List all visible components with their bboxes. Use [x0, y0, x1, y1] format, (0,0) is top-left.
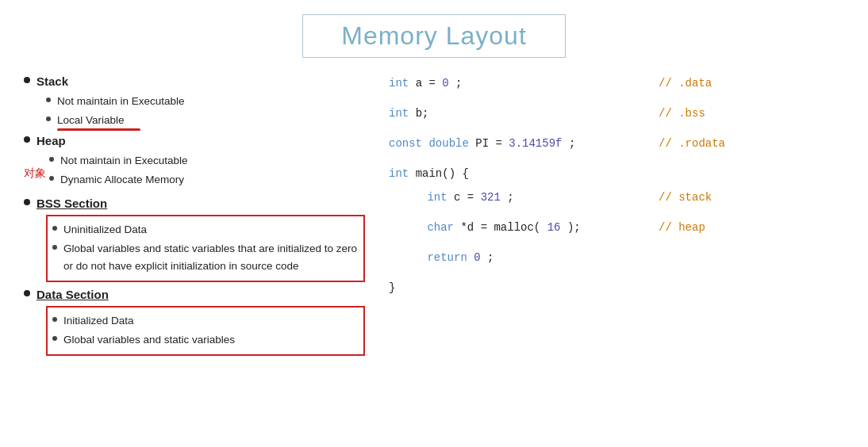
kw-double: double — [428, 137, 468, 150]
bullet-dot-heap — [24, 136, 30, 143]
code-line-5: int c = 321 ; // stack — [389, 186, 844, 208]
code-text-2: int b; — [389, 102, 659, 124]
code-line-6: char *d = malloc( 16 ); // heap — [389, 216, 844, 239]
data-redbox: Initialized Data Global variables and st… — [46, 306, 365, 356]
code-pi: PI = — [475, 137, 509, 150]
kw-const: const — [389, 137, 422, 150]
bullet-dot2f — [52, 245, 57, 250]
code-line-8: } — [389, 277, 844, 299]
semi-a: ; — [455, 77, 462, 90]
num-ret0: 0 — [474, 251, 480, 264]
code-line-7: return 0 ; — [389, 246, 844, 269]
kw-return: return — [427, 251, 467, 264]
stack-item-1: Not maintain in Executable — [46, 93, 365, 110]
chinese-label-row: 对象 Not maintain in Executable Dynamic Al… — [24, 152, 365, 193]
heap-item-2: Dynamic Allocate Memory — [49, 171, 188, 189]
closing-brace: } — [389, 281, 395, 294]
code-line-1: int a = 0 ; // .data — [389, 72, 844, 94]
code-text-8: } — [389, 277, 659, 299]
bullet-dot2h — [52, 336, 57, 341]
code-line-3: const double PI = 3.14159f ; // .rodata — [389, 132, 844, 155]
section-bss-label: BSS Section — [36, 194, 107, 213]
bullet-dot2c — [49, 157, 54, 162]
data-item-1: Initialized Data — [52, 312, 357, 330]
heap-subitems: Not maintain in Executable Dynamic Alloc… — [49, 152, 188, 189]
code-line-4: int main() { — [389, 162, 844, 185]
code-panel: int a = 0 ; // .data int b; // .bss cons… — [389, 72, 844, 359]
bss-item-2-text: Global variables and static variables th… — [63, 240, 357, 274]
section-data: Data Section — [24, 285, 365, 304]
section-heap-label: Heap — [36, 132, 66, 151]
stack-item-1-text: Not maintain in Executable — [57, 93, 185, 110]
code-d2: ); — [567, 221, 581, 234]
stack-item-2: Local Variable — [46, 112, 365, 129]
section-data-label: Data Section — [36, 285, 109, 304]
stack-subitems: Not maintain in Executable Local Variabl… — [46, 93, 365, 128]
semi-c: ; — [507, 191, 513, 204]
code-main-fn: main() { — [416, 167, 469, 180]
semi-pi: ; — [569, 137, 575, 150]
heap-item-1-text: Not maintain in Executable — [60, 152, 188, 170]
kw-char: char — [427, 221, 454, 234]
bss-redbox: Uninitialized Data Global variables and … — [46, 215, 365, 282]
bullet-dot2 — [46, 97, 51, 102]
comment-5: // stack — [659, 186, 712, 208]
bss-item-1: Uninitialized Data — [52, 221, 357, 239]
stack-item-2-text: Local Variable — [57, 112, 125, 129]
code-text-7: return 0 ; — [389, 246, 659, 269]
code-d: *d = malloc( — [460, 221, 540, 234]
comment-1: // .data — [659, 72, 712, 94]
num-pi: 3.14159f — [509, 137, 562, 150]
code-text-1: int a = 0 ; — [389, 72, 659, 94]
section-stack-label: Stack — [36, 72, 68, 91]
bullet-dot-data — [24, 290, 30, 296]
bullet-dot — [24, 77, 30, 83]
heap-item-1: Not maintain in Executable — [49, 152, 188, 170]
num-0a: 0 — [442, 77, 448, 90]
bullet-dot2d — [49, 176, 54, 181]
chinese-label: 对象 — [24, 164, 46, 181]
kw-int-b: int — [389, 107, 409, 120]
title-box: Memory Layout — [302, 14, 566, 58]
bss-item-1-text: Uninitialized Data — [63, 221, 147, 239]
comment-6: // heap — [659, 216, 705, 239]
kw-int-a: int — [389, 77, 409, 90]
bss-item-2: Global variables and static variables th… — [52, 240, 357, 274]
code-a: a = — [416, 77, 443, 90]
data-item-2-text: Global variables and static variables — [63, 331, 235, 349]
code-b: b; — [416, 107, 429, 120]
code-line-2: int b; // .bss — [389, 102, 844, 124]
semi-ret: ; — [487, 251, 494, 264]
left-panel: Stack Not maintain in Executable Local V… — [24, 72, 365, 359]
code-text-3: const double PI = 3.14159f ; — [389, 132, 659, 155]
section-heap: Heap — [24, 132, 365, 151]
code-text-6: char *d = malloc( 16 ); — [389, 216, 659, 239]
code-text-4: int main() { — [389, 162, 659, 185]
data-item-1-text: Initialized Data — [63, 312, 134, 330]
section-stack: Stack — [24, 72, 365, 91]
num-16: 16 — [547, 221, 561, 234]
bullet-dot2e — [52, 226, 57, 231]
bullet-dot-bss — [24, 199, 30, 205]
num-321: 321 — [481, 191, 501, 204]
heap-item-2-text: Dynamic Allocate Memory — [60, 171, 184, 189]
kw-int-main: int — [389, 167, 409, 180]
code-c: c = — [454, 191, 481, 204]
page-title: Memory Layout — [341, 21, 527, 50]
data-item-2: Global variables and static variables — [52, 331, 357, 349]
bullet-dot2g — [52, 317, 57, 322]
section-bss: BSS Section — [24, 194, 365, 213]
code-text-5: int c = 321 ; — [389, 186, 659, 208]
comment-3: // .rodata — [659, 132, 725, 155]
kw-int-c: int — [427, 191, 447, 204]
comment-2: // .bss — [659, 102, 705, 124]
bullet-dot2b — [46, 117, 51, 121]
